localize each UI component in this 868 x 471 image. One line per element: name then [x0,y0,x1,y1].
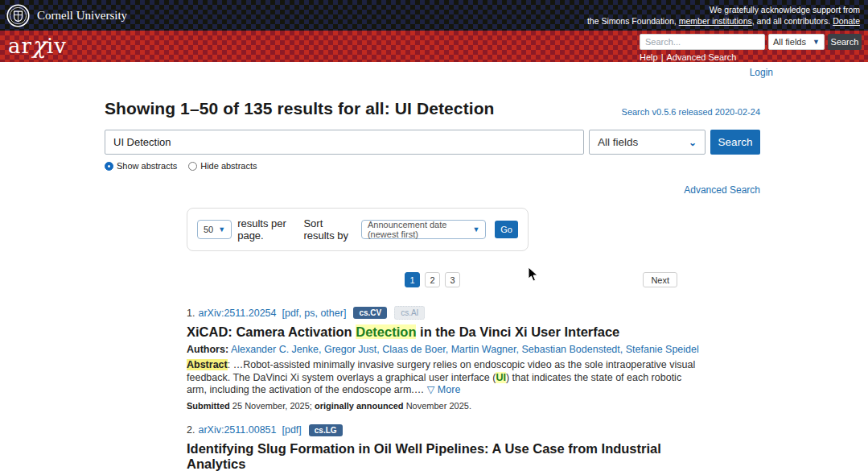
more-link[interactable]: ▽ More [427,384,461,395]
cornell-brand[interactable]: Cornell University [6,4,127,27]
result-item-2: 2. arXiv:2511.00851 [pdf] cs.LG Identify… [187,424,760,471]
member-institutions-link[interactable]: member institutions [679,16,752,26]
result-number: 1. [187,308,195,319]
arxiv-search-page: Cornell University We gratefully acknowl… [0,0,868,471]
header-field-select[interactable]: All fields ▼ [768,34,825,50]
format-links[interactable]: [pdf, ps, other] [277,308,347,319]
arxiv-id-link[interactable]: arXiv:2511.20254 [198,308,276,319]
show-abstracts-option[interactable]: Show abstracts [105,161,177,171]
main-content: Showing 1–50 of 135 results for all: UI … [105,99,760,471]
show-abstracts-label: Show abstracts [117,161,177,171]
search-version-link[interactable]: Search v0.5.6 released 2020-02-24 [622,107,760,118]
login-link[interactable]: Login [750,67,773,78]
link-separator: | [661,52,664,62]
title-text: Identifying Slug Formation in Oil Well P… [187,441,661,471]
author-link[interactable]: Stefanie Speidel [626,344,699,355]
arxiv-id-link[interactable]: arXiv:2511.00851 [198,424,276,436]
field-select-value: All fields [598,136,638,148]
author-link[interactable]: Claas de Boer [382,344,450,355]
support-acknowledgement: We gratefully acknowledge support from t… [587,4,862,27]
results-list: 1. arXiv:2511.20254 [pdf, ps, other] cs.… [187,306,760,471]
header-search-input[interactable] [640,34,765,50]
abstract-label: Abstract [187,359,228,370]
arxiv-header: arχiv All fields ▼ Search Help|Advanced … [0,31,868,62]
header-search-button[interactable]: Search [828,34,862,50]
support-line2-pre: the Simons Foundation, [587,16,679,26]
author-link[interactable]: Gregor Just [324,344,382,355]
header-field-value: All fields [773,37,806,47]
arxiv-logo[interactable]: arχiv [8,32,67,59]
author-link[interactable]: Martin Wagner [451,344,522,355]
chevron-down-icon: ⌄ [689,137,697,148]
sort-select[interactable]: Announcement date (newest first) ▼ [361,220,486,239]
query-input[interactable] [105,130,584,155]
field-select[interactable]: All fields ⌄ [589,130,706,155]
secondary-category-tag: cs.AI [394,306,425,320]
header-search-area: All fields ▼ Search Help|Advanced Search [640,34,862,62]
results-controls: 50 ▼ results per page. Sort results by A… [187,208,529,251]
cornell-seal-icon [6,4,30,27]
pagination: 1 2 3 Next [105,272,760,288]
page-button-1[interactable]: 1 [405,272,420,287]
announced-date: November 2025. [404,401,471,411]
next-page-button[interactable]: Next [643,272,677,287]
logo-iv: iv [47,34,67,58]
paper-title: Identifying Slug Formation in Oil Well P… [187,441,718,471]
result-item-1: 1. arXiv:2511.20254 [pdf, ps, other] cs.… [187,306,760,411]
cornell-university-label: Cornell University [37,9,127,23]
author-link[interactable]: Alexander C. Jenke [231,344,324,355]
go-button[interactable]: Go [495,221,518,238]
paper-title: XiCAD: Camera Activation Detection in th… [187,324,718,340]
per-page-label: results per page. [237,217,298,242]
format-links[interactable]: [pdf] [277,424,302,436]
help-link[interactable]: Help [640,52,658,62]
per-page-select[interactable]: 50 ▼ [197,220,232,239]
sort-value: Announcement date (newest first) [368,220,467,239]
search-form: All fields ⌄ Search [105,130,760,155]
submitted-date: 25 November, 2025; [230,401,315,411]
results-heading: Showing 1–50 of 135 results for all: UI … [105,99,495,118]
show-abstracts-radio[interactable] [105,162,113,171]
result-number: 2. [187,424,195,436]
header-links: Help|Advanced Search [640,52,862,62]
chevron-down-icon: ▼ [812,38,820,46]
header-advanced-search-link[interactable]: Advanced Search [666,52,736,62]
authors-label: Authors: [187,344,228,355]
hide-abstracts-radio[interactable] [188,162,197,171]
page-button-2[interactable]: 2 [425,272,440,287]
login-strip: Login [0,62,868,78]
authors-links: Alexander C. JenkeGregor JustClaas de Bo… [231,344,699,355]
logo-ar: ar [8,34,32,58]
title-search-hit: Detection [356,324,416,339]
primary-category-tag: cs.CV [353,307,387,319]
hide-abstracts-option[interactable]: Hide abstracts [188,161,257,171]
submitted-label: Submitted [187,401,230,411]
chevron-down-icon: ▼ [218,225,225,233]
authors-line: Authors: Alexander C. JenkeGregor JustCl… [187,344,718,355]
announced-label: originally announced [315,401,404,411]
submitted-line: Submitted 25 November, 2025; originally … [187,401,760,411]
page-button-3[interactable]: 3 [445,272,460,287]
support-line2-mid: , and all contributors. [752,16,833,26]
per-page-value: 50 [204,225,213,234]
sort-label: Sort results by [303,217,356,242]
hide-abstracts-label: Hide abstracts [200,161,257,171]
primary-category-tag: cs.LG [309,424,343,436]
search-button[interactable]: Search [710,130,760,155]
advanced-search-link[interactable]: Advanced Search [684,184,760,196]
title-text: in the Da Vinci Xi User Interface [416,324,619,339]
logo-chi: χ [32,32,47,59]
chevron-down-icon: ▼ [472,225,479,233]
support-line1: We gratefully acknowledge support from [710,5,860,14]
abstract-toggle: Show abstracts Hide abstracts [105,161,760,171]
abstract-search-hit: UI [496,372,506,383]
donate-link[interactable]: Donate [833,16,860,26]
cornell-banner: Cornell University We gratefully acknowl… [0,0,868,31]
title-text: XiCAD: Camera Activation [187,324,356,339]
abstract-text: Abstract: …Robot-assisted minimally inva… [187,359,701,397]
author-link[interactable]: Sebastian Bodenstedt [521,344,625,355]
